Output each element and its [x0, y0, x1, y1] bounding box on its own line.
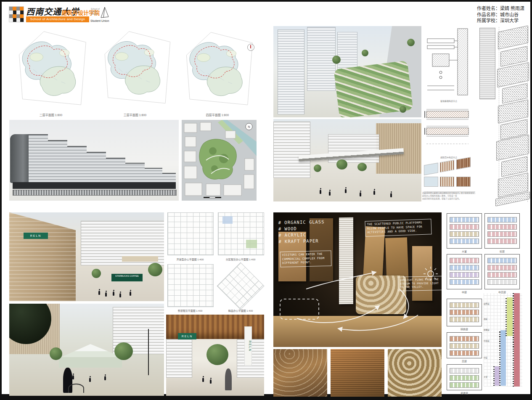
terrace-step [106, 158, 125, 183]
tree [314, 164, 321, 172]
shop-sign-blank [122, 256, 158, 262]
terrace-step [67, 146, 87, 183]
tree [92, 269, 101, 278]
school-value: 深圳大学 [500, 18, 519, 23]
plan-strip [487, 231, 517, 237]
tower-plan-transfer [447, 299, 482, 326]
site-compass-n: N [248, 125, 250, 128]
school-label: 所属学校： [477, 18, 500, 23]
left-shopfront [166, 339, 192, 378]
glass-panel [424, 163, 438, 175]
person-silhouette [210, 379, 212, 384]
plan-strip [487, 217, 517, 223]
tower-plan-lobby [447, 213, 482, 249]
left-facade [9, 212, 76, 301]
plaza-render [9, 304, 164, 396]
stack-label: 中高层 [484, 339, 492, 342]
floor-stacking-diagram: 会所层 高层 转换层 中高层 中层 大堂 [484, 293, 522, 387]
person-silhouette [105, 292, 107, 297]
presentation-board: 西南交通大学 建筑与设计学院 School of Architecture an… [0, 0, 532, 400]
vertical-banner: RELN [244, 326, 252, 366]
plan-strip [450, 317, 479, 322]
plan-strip [487, 265, 517, 270]
stack-label: 中层 [484, 356, 490, 359]
stack-band-upper [507, 297, 513, 336]
corridor-render: RELN RELN [166, 315, 264, 396]
school-row: 所属学校：深圳大学 [477, 18, 524, 24]
plan-strip [450, 368, 479, 374]
stack-dots [499, 330, 500, 386]
glass-panel [424, 177, 438, 187]
elevation-tower-mass [10, 134, 29, 183]
stack-label: 会所层 [484, 302, 492, 305]
tree [357, 163, 367, 171]
tower-block [278, 29, 304, 114]
tree [148, 263, 162, 276]
model-closeup-photo [273, 349, 327, 397]
stack-band-mid [500, 330, 506, 386]
person-silhouette [104, 376, 106, 380]
plan-strip [450, 382, 479, 388]
louver-panel-sparse [440, 177, 454, 187]
panel-row-axon [424, 156, 475, 177]
person-silhouette [329, 191, 331, 196]
person-silhouette [72, 375, 74, 379]
stack-dots [513, 293, 514, 387]
plan-strip [450, 272, 479, 278]
plan-zone [222, 216, 233, 224]
foreground-figure [225, 368, 232, 390]
stack-label: 转换层 [484, 328, 492, 331]
tree [332, 56, 341, 64]
tower-plan-refuge [447, 364, 482, 390]
tree [362, 50, 368, 56]
plan-strip [450, 265, 479, 270]
louver-panel-dense [456, 177, 471, 187]
physical-model-photo: # ORGANIC GLASS # WOOD # ACRYLIC # KRAFT… [273, 212, 442, 347]
starbucks-sign: STARBUCKS COFFEE [111, 274, 143, 281]
floor-plan-level3 [96, 28, 174, 111]
sun-doodle-icon [423, 267, 438, 281]
terrace-step [125, 163, 145, 183]
office-plan-open-label: 开放型办公平面图 1:400 [167, 257, 213, 261]
plan-strip [450, 258, 479, 263]
plan-strip [450, 343, 479, 349]
tree [400, 106, 406, 113]
tower-plan-refuge-label: 避难层 [447, 391, 482, 395]
section-elevation-render [9, 120, 179, 201]
louver-detail-drawing [424, 105, 474, 152]
stack-band-tower [514, 293, 520, 387]
person-silhouette [320, 190, 321, 194]
bicycle [68, 384, 84, 393]
frame-right [530, 0, 532, 400]
plan-strip [487, 238, 517, 244]
terrace-step [48, 140, 67, 183]
office-plan-boutique-label: 精品办公平面图 1:400 [218, 309, 263, 313]
facade-caption-line2: 由疏至密的渐变肌理，增强了立面的丰富性。 [422, 198, 461, 200]
reln-sign: RELN [24, 233, 48, 239]
tree [114, 342, 133, 360]
tower-plan-transfer-label: 转换层 [447, 327, 482, 331]
terrace-step [87, 152, 106, 183]
plan-strip [450, 279, 479, 285]
union-caption: School of Arch & Design [91, 8, 100, 15]
tree [50, 347, 62, 360]
person-silhouette [345, 189, 347, 193]
plan-zone [246, 240, 257, 248]
valley-street-render [273, 119, 421, 201]
plan-strip [450, 238, 479, 244]
lamp-post [148, 329, 149, 375]
stack-label: 高层 [484, 318, 490, 320]
north-compass-icon [247, 44, 254, 51]
person-silhouette [390, 193, 392, 197]
floor-plan-level4 [178, 28, 257, 111]
site-plan: N [182, 120, 257, 201]
reln-sign: RELN [178, 333, 196, 339]
plan-strip [487, 258, 517, 263]
aerial-render [273, 26, 421, 117]
plan-strip [450, 310, 479, 315]
frame-left [0, 0, 2, 400]
tree [407, 39, 415, 46]
tower-plan-typical-label: 标层 [484, 249, 520, 253]
author-name-value: 梁婧 熊雨潇 [500, 6, 524, 11]
model-closeup-photo [331, 349, 384, 397]
